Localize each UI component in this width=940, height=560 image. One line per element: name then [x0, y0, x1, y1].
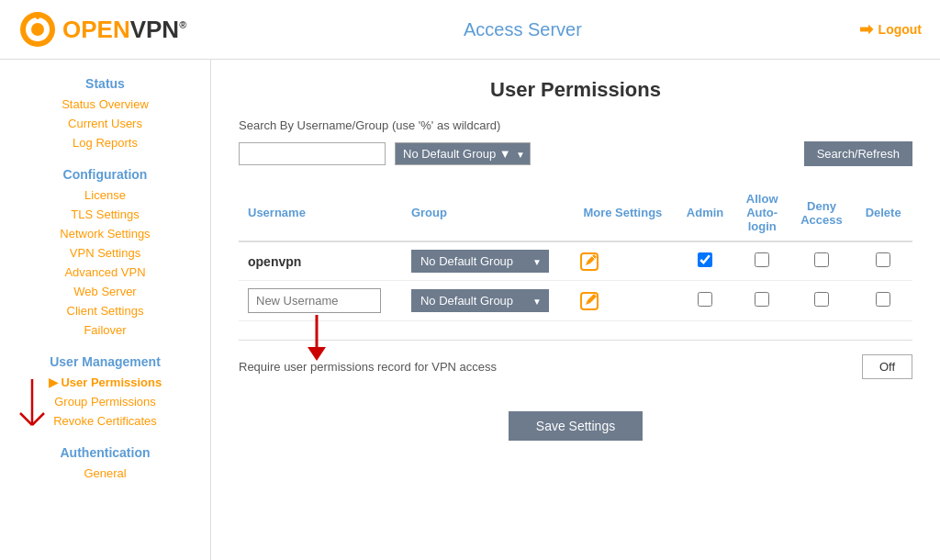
- delete-checkbox[interactable]: [876, 252, 890, 267]
- permissions-table: Username Group More Settings Admin Allow…: [239, 185, 912, 321]
- require-label: Require user permissions record for VPN …: [239, 360, 497, 374]
- search-refresh-button[interactable]: Search/Refresh: [804, 141, 912, 166]
- logo-icon: [18, 10, 57, 49]
- red-arrow-icon: [294, 310, 340, 365]
- new-autologin-checkbox[interactable]: [755, 292, 769, 307]
- admin-checkbox[interactable]: [698, 252, 712, 267]
- new-delete-checkbox[interactable]: [876, 292, 890, 307]
- delete-cell: [854, 241, 912, 281]
- sidebar: Status Status Overview Current Users Log…: [0, 60, 211, 560]
- row-group-select[interactable]: No Default Group: [411, 250, 549, 273]
- new-row-group-select-wrapper: No Default Group: [411, 289, 549, 312]
- sidebar-item-license[interactable]: License: [0, 185, 210, 205]
- sidebar-item-log-reports[interactable]: Log Reports: [0, 133, 210, 152]
- group-cell: No Default Group: [402, 241, 570, 281]
- svg-rect-3: [36, 12, 39, 19]
- content-area: User Permissions Search By Username/Grou…: [211, 60, 940, 560]
- header-title: Access Server: [464, 19, 582, 40]
- logo-text: OPENVPN®: [62, 16, 186, 44]
- header: OPENVPN® Access Server ➡ Logout: [0, 0, 940, 60]
- table-container: Username Group More Settings Admin Allow…: [239, 185, 912, 321]
- admin-cell: [676, 241, 735, 281]
- new-autologin-cell: [735, 281, 789, 321]
- new-edit-icon: [579, 291, 599, 311]
- row-group-select-wrapper: No Default Group: [411, 250, 549, 273]
- search-bar: Search By Username/Group (use '%' as wil…: [239, 118, 912, 132]
- new-more-settings-cell: [570, 281, 675, 321]
- save-section: Save Settings: [239, 411, 912, 441]
- table-row: openvpn No Default Group: [239, 241, 912, 281]
- search-label: Search By Username/Group (use '%' as wil…: [239, 118, 500, 132]
- col-header-allow-autologin: Allow Auto- login: [735, 185, 789, 241]
- new-deny-cell: [789, 281, 855, 321]
- page-title: User Permissions: [239, 78, 912, 102]
- new-username-cell: [239, 281, 402, 321]
- sidebar-item-status-overview[interactable]: Status Overview: [0, 95, 210, 114]
- col-header-username: Username: [239, 185, 402, 241]
- logo: OPENVPN®: [18, 10, 186, 49]
- col-header-group: Group: [402, 185, 570, 241]
- logout-icon: ➡: [859, 19, 873, 39]
- autologin-checkbox[interactable]: [755, 252, 769, 267]
- sidebar-item-current-users[interactable]: Current Users: [0, 114, 210, 133]
- sidebar-section-status: Status: [0, 69, 210, 95]
- deny-checkbox[interactable]: [814, 252, 829, 267]
- sidebar-section-configuration: Configuration: [0, 160, 210, 185]
- sidebar-item-vpn-settings[interactable]: VPN Settings: [0, 243, 210, 263]
- user-management-section: User Management User Permissions Group P…: [0, 347, 210, 431]
- main-layout: Status Status Overview Current Users Log…: [0, 60, 940, 560]
- new-delete-cell: [854, 281, 912, 321]
- autologin-cell: [735, 241, 789, 281]
- require-section: Require user permissions record for VPN …: [239, 340, 912, 393]
- arrow-indicator: [9, 375, 55, 448]
- deny-access-cell: [789, 241, 855, 281]
- username-cell: openvpn: [239, 241, 402, 281]
- sidebar-item-network-settings[interactable]: Network Settings: [0, 224, 210, 243]
- col-header-deny-access: Deny Access: [789, 185, 855, 241]
- logout-button[interactable]: ➡ Logout: [859, 19, 922, 39]
- sidebar-item-web-server[interactable]: Web Server: [0, 282, 210, 301]
- sidebar-item-tls-settings[interactable]: TLS Settings: [0, 205, 210, 224]
- svg-line-6: [20, 413, 32, 425]
- new-more-settings-button[interactable]: [579, 291, 599, 311]
- svg-point-2: [31, 23, 44, 36]
- new-deny-checkbox[interactable]: [814, 292, 829, 307]
- col-header-delete: Delete: [854, 185, 912, 241]
- sidebar-item-advanced-vpn[interactable]: Advanced VPN: [0, 263, 210, 282]
- new-row-group-select[interactable]: No Default Group: [411, 289, 549, 312]
- sidebar-section-user-mgmt: User Management: [0, 347, 210, 373]
- new-admin-cell: [676, 281, 735, 321]
- edit-icon: [579, 252, 599, 272]
- sidebar-item-general[interactable]: General: [0, 464, 210, 483]
- search-controls: No Default Group ▼ Search/Refresh: [239, 141, 912, 166]
- require-toggle-button[interactable]: Off: [862, 354, 912, 379]
- group-select-wrapper: No Default Group ▼: [395, 142, 531, 165]
- svg-line-5: [32, 413, 44, 425]
- new-username-input[interactable]: [248, 288, 381, 313]
- new-admin-checkbox[interactable]: [698, 292, 712, 307]
- search-input[interactable]: [239, 142, 386, 165]
- sidebar-item-client-settings[interactable]: Client Settings: [0, 301, 210, 320]
- group-select[interactable]: No Default Group ▼: [395, 142, 531, 165]
- svg-marker-9: [308, 347, 326, 361]
- logout-label: Logout: [878, 22, 922, 37]
- more-settings-button[interactable]: [579, 252, 599, 272]
- new-user-row: No Default Group: [239, 281, 912, 321]
- col-header-more-settings: More Settings: [570, 185, 675, 241]
- new-group-cell: No Default Group: [402, 281, 570, 321]
- more-settings-cell: [570, 241, 675, 281]
- col-header-admin: Admin: [676, 185, 735, 241]
- sidebar-item-failover[interactable]: Failover: [0, 320, 210, 340]
- save-settings-button[interactable]: Save Settings: [509, 411, 643, 441]
